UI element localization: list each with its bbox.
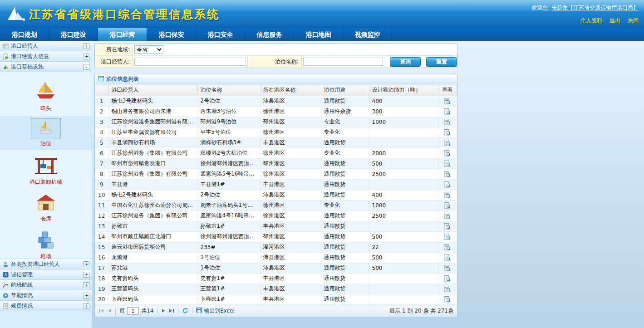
expand-toggle-button[interactable]: +: [84, 303, 89, 309]
nav-tab-8[interactable]: 视频监控: [343, 28, 392, 41]
sidebar-item-label: 节能情况: [11, 292, 81, 299]
profile-link[interactable]: 个人资料: [580, 17, 602, 24]
view-detail-button[interactable]: [444, 296, 451, 303]
facility-item-dock[interactable]: 码头: [0, 78, 92, 115]
view-detail-button[interactable]: [444, 181, 451, 188]
close-link[interactable]: 关闭: [628, 17, 639, 24]
page-input[interactable]: [127, 307, 139, 315]
logout-link[interactable]: 退出: [610, 17, 620, 24]
view-detail-button[interactable]: [444, 202, 451, 209]
table-row: 11中国石化江苏徐州石油分公司周...周老子油库码头1号泊位徐州港区专业化100…: [95, 200, 457, 211]
main-nav: 港口规划港口建设港口经营港口保安港口安全信息服务港口地图视频监控: [0, 28, 644, 41]
expand-toggle-button[interactable]: +: [84, 261, 89, 267]
next-page-button[interactable]: [161, 308, 166, 313]
nav-tab-2[interactable]: 港口建设: [49, 28, 98, 41]
cell-port-area: 沛县港区: [260, 190, 321, 200]
cell-usage: 专业化: [321, 127, 369, 137]
cell-operator: 杨屯3号建材码头: [108, 96, 197, 106]
sidebar-item-top-3[interactable]: 港口基础设施-: [0, 62, 92, 72]
view-detail-button[interactable]: [444, 150, 451, 157]
view-detail-button[interactable]: [444, 265, 451, 271]
column-header-view[interactable]: 查看: [438, 84, 457, 96]
view-detail-button[interactable]: [444, 119, 451, 125]
cell-view: [438, 252, 457, 263]
nav-tab-6[interactable]: 信息服务: [245, 28, 294, 41]
last-page-button[interactable]: [168, 308, 174, 313]
cell-capacity: 400: [369, 190, 438, 200]
expand-toggle-button[interactable]: -: [84, 64, 89, 70]
expand-toggle-button[interactable]: +: [84, 272, 89, 278]
nav-tab-1[interactable]: 港口规划: [0, 28, 49, 41]
cell-rownum: 7: [95, 158, 108, 169]
view-detail-button[interactable]: [444, 244, 451, 250]
cell-capacity: 400: [369, 96, 438, 106]
view-detail-button[interactable]: [444, 171, 451, 177]
facility-item-crane[interactable]: 港口装卸机械: [0, 151, 92, 189]
cell-port-area: 丰县港区: [260, 179, 321, 190]
cell-port-area: 徐州港区: [260, 169, 321, 179]
region-select[interactable]: 全省: [134, 45, 163, 54]
expand-toggle-button[interactable]: +: [84, 43, 89, 49]
cell-rownum: 13: [95, 221, 108, 231]
cell-rownum: 18: [95, 273, 108, 284]
view-detail-button[interactable]: [444, 213, 451, 219]
sidebar-item-bottom-3[interactable]: 航班航线+: [0, 280, 92, 290]
view-detail-button[interactable]: [444, 192, 451, 198]
sidebar-item-bottom-5[interactable]: 规费情况+: [0, 301, 92, 311]
sidebar-item-top-2[interactable]: 港口经营人信息+: [0, 51, 92, 62]
nav-tab-7[interactable]: 港口地图: [294, 28, 343, 41]
expand-toggle-button[interactable]: +: [84, 293, 89, 299]
view-detail-button[interactable]: [444, 275, 451, 282]
operator-label: 港口经营人:: [95, 56, 133, 68]
expand-toggle-button[interactable]: +: [84, 282, 89, 288]
table-row: 5丰县润翔砂石料场润祥砂石料场3#丰县港区通用散货: [95, 137, 457, 148]
view-detail-button[interactable]: [444, 98, 451, 104]
berth-name-input[interactable]: [303, 58, 383, 66]
view-detail-button[interactable]: [444, 108, 451, 115]
sidebar-item-bottom-4[interactable]: 节能情况+: [0, 290, 92, 301]
refresh-button[interactable]: [182, 308, 188, 314]
save-disk-icon: [196, 307, 202, 314]
facility-item-warehouse[interactable]: 仓库: [0, 190, 92, 225]
column-header-usage[interactable]: 泊位用途: [321, 84, 369, 96]
reset-button[interactable]: 重置: [426, 57, 457, 67]
cell-operator: 卜样民码头: [108, 294, 197, 304]
query-button[interactable]: 查询: [390, 57, 421, 67]
view-detail-button[interactable]: [444, 140, 451, 146]
column-header-operator[interactable]: 港口经营人: [108, 84, 197, 96]
view-detail-button[interactable]: [444, 223, 451, 230]
column-header-capacity[interactable]: 设计靠泊能力（吨）: [369, 84, 438, 96]
nav-tab-5[interactable]: 港口安全: [196, 28, 245, 41]
facility-label: 港口装卸机械: [29, 178, 62, 186]
cell-rownum: 12: [95, 211, 108, 221]
prev-page-button[interactable]: [107, 308, 112, 313]
view-detail-button[interactable]: [444, 129, 451, 136]
view-detail-button[interactable]: [444, 286, 451, 292]
view-detail-button[interactable]: [444, 255, 451, 261]
column-header-berth[interactable]: 泊位名称: [197, 84, 260, 96]
export-excel-button[interactable]: 输出到Excel: [196, 307, 235, 315]
facility-item-yard[interactable]: 堆场: [0, 226, 92, 259]
cell-port-area: 邳州港区: [260, 158, 321, 169]
sidebar-item-label: 港口经营人信息: [11, 53, 81, 60]
column-header-area[interactable]: 所在港区名称: [260, 84, 321, 96]
sidebar-item-top-1[interactable]: 港口经营人+: [0, 41, 92, 51]
operator-input[interactable]: [134, 58, 246, 66]
nav-tab-4[interactable]: 港口保安: [147, 28, 196, 41]
facility-label: 码头: [40, 105, 51, 113]
view-detail-button[interactable]: [444, 161, 451, 167]
first-page-button[interactable]: [98, 308, 104, 313]
cell-operator: 江苏徐州港务（集团）有限公司: [108, 169, 197, 179]
sidebar-item-bottom-2[interactable]: A诚信管理+: [0, 269, 92, 280]
cell-rownum: 4: [95, 127, 108, 137]
nav-tab-3[interactable]: 港口经营: [98, 28, 147, 41]
expand-toggle-button[interactable]: +: [84, 54, 89, 59]
sidebar-bottom-items: 外商投资港口经营人+A诚信管理+航班航线+节能情况+规费情况+: [0, 259, 92, 311]
view-detail-button[interactable]: [444, 234, 451, 240]
facility-item-berth[interactable]: 泊位: [0, 116, 92, 150]
cell-berth-name: 邳州港9号泊位: [197, 117, 260, 127]
cell-view: [438, 179, 457, 190]
cell-usage: 通用散货: [321, 252, 369, 263]
table-icon: [98, 76, 104, 83]
sidebar-item-bottom-1[interactable]: 外商投资港口经营人+: [0, 259, 92, 269]
